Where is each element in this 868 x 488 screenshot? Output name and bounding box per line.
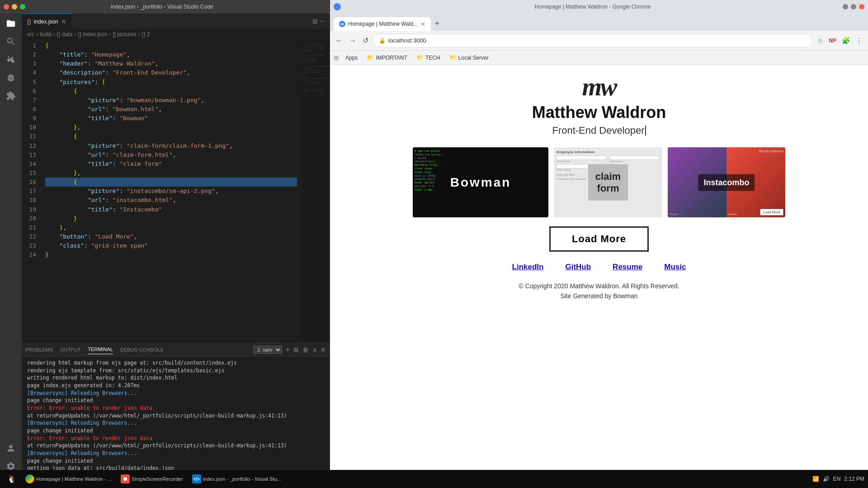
terminal-line: at returnPageUpdates (/var/www/html/_por… bbox=[27, 412, 324, 420]
bookmark-important[interactable]: 📁 IMPORTANT bbox=[364, 53, 410, 62]
more-actions-icon[interactable]: ⋯ bbox=[320, 18, 326, 25]
lang-indicator[interactable]: EN bbox=[833, 476, 841, 482]
forward-btn[interactable]: → bbox=[347, 35, 358, 47]
chrome-logo bbox=[334, 3, 341, 10]
breadcrumb: src› build› {} data› {} index.json› [] p… bbox=[22, 29, 330, 39]
instacombo-project-item[interactable]: Recent Albums Stream Stream bbox=[668, 147, 785, 217]
resume-link[interactable]: Resume bbox=[613, 263, 642, 272]
code-content[interactable]: { "title": "Homepage", "header": "Matthe… bbox=[40, 39, 302, 343]
instacombo-load-more-btn[interactable]: Load More bbox=[760, 209, 783, 216]
taskbar: 🐧 Homepage | Matthew Waldron - ... Simpl… bbox=[0, 470, 868, 488]
tab-favicon: M bbox=[339, 21, 345, 27]
bookmark-apps-label: Apps bbox=[345, 55, 358, 61]
search-icon[interactable] bbox=[5, 35, 17, 48]
linkedin-link[interactable]: LinkedIn bbox=[512, 263, 544, 272]
terminal-line: Error: Error: unable to render json data bbox=[27, 435, 324, 442]
terminal-line: at returnPageUpdates (/var/www/html/_por… bbox=[27, 442, 324, 450]
bookmark-apps[interactable]: Apps bbox=[343, 54, 360, 62]
apps-grid-icon: ⊞ bbox=[334, 54, 339, 61]
tab-close-btn[interactable]: ✕ bbox=[61, 18, 66, 25]
music-link[interactable]: Music bbox=[664, 263, 686, 272]
load-more-container: Load More bbox=[549, 226, 649, 252]
star-icon[interactable]: ☆ bbox=[816, 35, 825, 47]
back-btn[interactable]: ← bbox=[334, 35, 344, 47]
active-chrome-tab[interactable]: M Homepage | Matthew Wald... ✕ bbox=[334, 17, 431, 31]
taskbar-vscode[interactable]: </> index.json - _portfolio - Visual Stu… bbox=[189, 473, 285, 485]
split-editor-icon[interactable]: ⊞ bbox=[312, 18, 318, 25]
page-logo: mw bbox=[582, 74, 616, 99]
problems-tab[interactable]: PROBLEMS bbox=[25, 345, 53, 354]
bookmark-local-server[interactable]: 📁 Local Server bbox=[447, 53, 491, 62]
vscode-title: index.json - _portfolio - Visual Studio … bbox=[25, 4, 299, 10]
bookmarks-bar: ⊞ Apps 📁 IMPORTANT 📁 TECH 📁 Local Server bbox=[330, 51, 868, 65]
explorer-icon[interactable] bbox=[5, 17, 17, 30]
index-json-tab[interactable]: {} index.json ✕ bbox=[22, 14, 72, 29]
address-bar[interactable]: 🔒 localhost:3000 bbox=[373, 34, 813, 47]
claim-form-project-item[interactable]: Employee Information First Name Last Nam… bbox=[554, 147, 662, 217]
terminal-dropdown[interactable]: 1: npm bbox=[253, 346, 282, 354]
chrome-toolbar-icons: ☆ NP 🧩 ⋮ bbox=[816, 35, 864, 47]
bowman-project-item[interactable]: $ npm run build rendering markup... > bu… bbox=[413, 147, 548, 217]
chrome-max-btn[interactable] bbox=[851, 4, 856, 9]
terminal-tab-bar: PROBLEMS OUTPUT TERMINAL DEBUG CONSOLE 1… bbox=[22, 343, 330, 357]
url-text: localhost:3000 bbox=[388, 37, 426, 44]
recorder-taskbar-icon bbox=[121, 474, 130, 483]
reload-btn[interactable]: ↺ bbox=[361, 34, 370, 47]
subtitle-text: Front-End Developer bbox=[552, 125, 644, 136]
taskbar-start[interactable]: 🐧 bbox=[4, 473, 20, 485]
terminal-panel: PROBLEMS OUTPUT TERMINAL DEBUG CONSOLE 1… bbox=[22, 343, 330, 478]
debug-console-tab[interactable]: DEBUG CONSOLE bbox=[120, 345, 164, 354]
os-logo-icon: 🐧 bbox=[7, 475, 16, 483]
extensions-chrome-icon[interactable]: 🧩 bbox=[840, 35, 852, 47]
chrome-menu-icon[interactable]: ⋮ bbox=[854, 35, 864, 47]
taskbar-vscode-label: index.json - _portfolio - Visual Stu... bbox=[203, 476, 281, 482]
editor-tab-bar: {} index.json ✕ ⊞ ⋯ bbox=[22, 14, 330, 29]
split-terminal-icon[interactable]: ⊞ bbox=[293, 346, 299, 353]
taskbar-chrome[interactable]: Homepage | Matthew Waldron - ... bbox=[22, 473, 115, 485]
source-control-icon[interactable] bbox=[5, 53, 17, 66]
chrome-min-btn[interactable] bbox=[843, 4, 848, 9]
bookmark-important-label: IMPORTANT bbox=[376, 55, 407, 61]
github-link[interactable]: GitHub bbox=[565, 263, 591, 272]
np-icon[interactable]: NP bbox=[827, 36, 838, 46]
vscode-min-btn[interactable] bbox=[12, 4, 17, 9]
chrome-close-btn[interactable] bbox=[859, 4, 864, 9]
page-name: Matthew Waldron bbox=[532, 103, 666, 122]
bookmark-tech[interactable]: 📁 TECH bbox=[414, 53, 443, 62]
text-cursor bbox=[645, 126, 646, 136]
output-tab[interactable]: OUTPUT bbox=[60, 345, 80, 354]
tab-label: index.json bbox=[34, 19, 58, 25]
terminal-line: page change initiated bbox=[27, 457, 324, 465]
close-terminal-icon[interactable]: ✕ bbox=[321, 346, 326, 353]
extensions-icon[interactable] bbox=[5, 89, 17, 102]
system-time: 2:12 PM bbox=[844, 476, 864, 482]
terminal-line: page change initiated bbox=[27, 427, 324, 435]
chrome-tab-close-btn[interactable]: ✕ bbox=[420, 21, 425, 28]
delete-terminal-icon[interactable]: 🗑 bbox=[302, 346, 309, 353]
terminal-line: Error: Error: unable to render json data bbox=[27, 404, 324, 412]
vscode-max-btn[interactable] bbox=[20, 4, 25, 9]
folder-icon-2: 📁 bbox=[416, 54, 424, 61]
maximize-terminal-icon[interactable]: ∧ bbox=[312, 346, 317, 353]
terminal-tab-btn[interactable]: TERMINAL bbox=[88, 345, 113, 354]
line-numbers: 12345 678910 1112131415 1617181920 21222… bbox=[22, 39, 40, 343]
taskbar-recorder[interactable]: SimpleScreenRecorder bbox=[117, 473, 187, 485]
debug-icon[interactable] bbox=[5, 71, 17, 84]
load-more-btn[interactable]: Load More bbox=[549, 226, 649, 252]
terminal-line: page change initiated bbox=[27, 397, 324, 404]
new-tab-btn[interactable]: + bbox=[431, 17, 443, 30]
terminal-line: rendering ejs template from: src/static/… bbox=[27, 367, 324, 375]
taskbar-recorder-label: SimpleScreenRecorder bbox=[132, 476, 183, 482]
wifi-icon: 📶 bbox=[812, 476, 819, 482]
accounts-icon[interactable] bbox=[5, 442, 17, 455]
vscode-close-btn[interactable] bbox=[4, 4, 9, 9]
bookmark-local-server-label: Local Server bbox=[458, 55, 489, 61]
chrome-taskbar-icon bbox=[25, 474, 34, 483]
minimap: {"title":"Homepage","header":"Matthew Wa… bbox=[302, 39, 330, 343]
code-editor[interactable]: 12345 678910 1112131415 1617181920 21222… bbox=[22, 39, 330, 343]
add-terminal-icon[interactable]: + bbox=[286, 346, 290, 354]
terminal-line: page index.ejs generated in: 4.207ms bbox=[27, 382, 324, 389]
chrome-tab-bar: M Homepage | Matthew Wald... ✕ + bbox=[330, 14, 868, 31]
activity-bar bbox=[0, 14, 22, 478]
social-links: LinkedIn GitHub Resume Music bbox=[512, 263, 686, 272]
